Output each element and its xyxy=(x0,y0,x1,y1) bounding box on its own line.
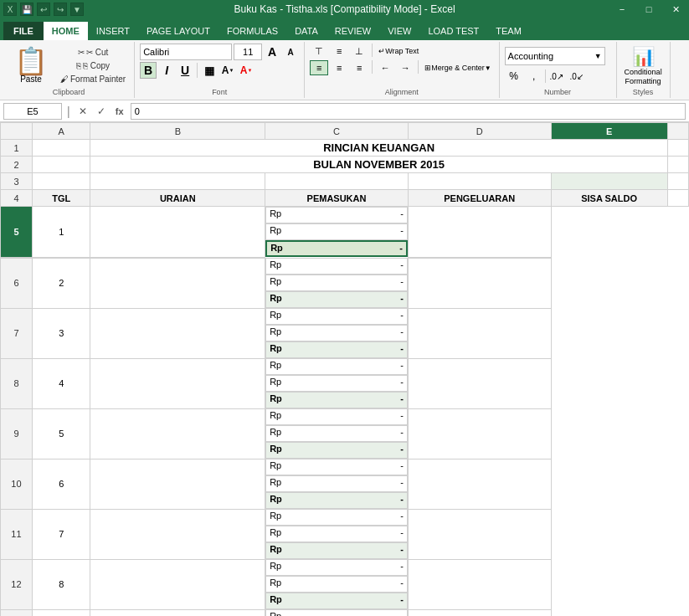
cell-d3[interactable] xyxy=(408,173,551,190)
formula-input[interactable] xyxy=(131,103,686,120)
align-middle-button[interactable]: ≡ xyxy=(330,44,348,59)
tab-page-layout[interactable]: PAGE LAYOUT xyxy=(138,22,219,40)
tab-review[interactable]: REVIEW xyxy=(327,22,379,40)
decimal-decrease-button[interactable]: .0↙ xyxy=(568,69,586,84)
tab-insert[interactable]: INSERT xyxy=(88,22,138,40)
align-left-button[interactable]: ≡ xyxy=(310,60,328,75)
cell-e5[interactable]: Rp- xyxy=(265,240,408,257)
cell-d11[interactable]: Rp- xyxy=(265,526,408,542)
cell-b13[interactable] xyxy=(90,609,265,616)
formula-insert-button[interactable]: fx xyxy=(112,104,127,119)
cell-c5[interactable]: Rp- xyxy=(265,207,408,223)
col-header-c[interactable]: C xyxy=(265,123,409,140)
cell-a7[interactable]: 3 xyxy=(32,308,90,358)
cell-uraian-header[interactable]: URAIAN xyxy=(90,190,265,207)
conditional-formatting-button[interactable]: 📊 ConditionalFormatting xyxy=(622,44,665,89)
cell-b7[interactable] xyxy=(90,308,265,358)
bold-button[interactable]: B xyxy=(140,62,157,79)
cell-a11[interactable]: 7 xyxy=(32,509,90,559)
maximize-button[interactable]: □ xyxy=(635,0,662,18)
cell-c9[interactable]: Rp- xyxy=(265,408,408,425)
font-size-up-button[interactable]: A xyxy=(264,44,280,60)
cell-c8[interactable]: Rp- xyxy=(265,358,408,375)
cell-tgl-header[interactable]: TGL xyxy=(32,190,90,207)
name-box[interactable] xyxy=(3,103,62,120)
cell-title-1[interactable]: RINCIAN KEUANGAN xyxy=(90,140,667,157)
redo-icon[interactable]: ↪ xyxy=(54,3,67,16)
indent-increase-button[interactable]: → xyxy=(396,60,414,75)
cell-c3[interactable] xyxy=(265,173,409,190)
fill-color-button[interactable]: A▼ xyxy=(219,62,236,79)
cell-e6[interactable]: Rp- xyxy=(265,291,408,308)
cell-a10[interactable]: 6 xyxy=(32,459,90,509)
save-icon[interactable]: 💾 xyxy=(20,3,33,16)
cell-pemasukan-header[interactable]: PEMASUKAN xyxy=(265,190,409,207)
cell-a9[interactable]: 5 xyxy=(32,408,90,459)
cell-a13[interactable]: 9 xyxy=(32,609,90,616)
cell-c7[interactable]: Rp- xyxy=(265,308,408,325)
cell-d12[interactable]: Rp- xyxy=(265,576,408,593)
cell-c10[interactable]: Rp- xyxy=(265,459,408,475)
cell-saldo-header[interactable]: SISA SALDO xyxy=(551,190,667,207)
cell-pengeluaran-header[interactable]: PENGELUARAN xyxy=(408,190,551,207)
format-painter-button[interactable]: 🖌 Format Painter xyxy=(57,73,129,85)
cell-a12[interactable]: 8 xyxy=(32,559,90,609)
font-name-input[interactable] xyxy=(140,44,232,60)
tab-team[interactable]: TEAM xyxy=(487,22,530,40)
align-top-button[interactable]: ⊤ xyxy=(310,44,328,59)
align-bottom-button[interactable]: ⊥ xyxy=(350,44,368,59)
cell-b8[interactable] xyxy=(90,358,265,408)
cell-d7[interactable]: Rp- xyxy=(265,325,408,341)
decimal-increase-button[interactable]: .0↗ xyxy=(548,69,566,84)
tab-formulas[interactable]: FORMULAS xyxy=(219,22,286,40)
cell-b6[interactable] xyxy=(90,258,265,308)
cell-d6[interactable]: Rp- xyxy=(265,275,408,291)
tab-view[interactable]: VIEW xyxy=(379,22,419,40)
font-size-input[interactable] xyxy=(234,44,262,60)
border-button[interactable]: ▦ xyxy=(201,62,218,79)
col-header-a[interactable]: A xyxy=(32,123,90,140)
cell-c6[interactable]: Rp- xyxy=(265,258,408,275)
cell-e9[interactable]: Rp- xyxy=(265,442,408,459)
cell-c12[interactable]: Rp- xyxy=(265,559,408,576)
undo-icon[interactable]: ↩ xyxy=(37,3,50,16)
cell-c13[interactable]: Rp- xyxy=(265,609,408,616)
font-size-down-button[interactable]: A xyxy=(282,44,299,60)
cell-d9[interactable]: Rp- xyxy=(265,425,408,442)
cell-b10[interactable] xyxy=(90,459,265,509)
cell-d5[interactable]: Rp- xyxy=(265,223,408,240)
cell-a6[interactable]: 2 xyxy=(32,258,90,308)
merge-center-button[interactable]: ⊞ Merge & Center ▼ xyxy=(422,60,493,75)
cell-a1[interactable] xyxy=(32,140,90,157)
align-right-button[interactable]: ≡ xyxy=(350,60,368,75)
cell-e8[interactable]: Rp- xyxy=(265,392,408,408)
col-header-d[interactable]: D xyxy=(408,123,551,140)
align-center-button[interactable]: ≡ xyxy=(330,60,348,75)
cell-e3[interactable] xyxy=(551,173,667,190)
cell-d8[interactable]: Rp- xyxy=(265,375,408,392)
cell-c11[interactable]: Rp- xyxy=(265,509,408,526)
cell-a2[interactable] xyxy=(32,157,90,173)
cell-d10[interactable]: Rp- xyxy=(265,475,408,492)
indent-decrease-button[interactable]: ← xyxy=(376,60,394,75)
tab-home[interactable]: HOME xyxy=(44,22,88,40)
font-color-button[interactable]: A▼ xyxy=(238,62,255,79)
minimize-button[interactable]: − xyxy=(609,0,635,18)
formula-cancel-button[interactable]: ✕ xyxy=(75,104,90,119)
customize-icon[interactable]: ▼ xyxy=(70,3,84,16)
paste-button[interactable]: 📋 Paste xyxy=(8,45,54,86)
comma-button[interactable]: , xyxy=(525,69,543,84)
wrap-text-button[interactable]: ↵ Wrap Text xyxy=(376,44,421,59)
formula-confirm-button[interactable]: ✓ xyxy=(94,104,109,119)
copy-button[interactable]: ⎘ ⎘ Copy xyxy=(57,59,129,72)
cell-e12[interactable]: Rp- xyxy=(265,593,408,609)
cell-a8[interactable]: 4 xyxy=(32,358,90,408)
cell-b11[interactable] xyxy=(90,509,265,559)
cell-b9[interactable] xyxy=(90,408,265,459)
close-button[interactable]: ✕ xyxy=(662,0,689,18)
tab-load-test[interactable]: LOAD TEST xyxy=(419,22,487,40)
cell-title-2[interactable]: BULAN NOVEMBER 2015 xyxy=(90,157,667,173)
cell-b12[interactable] xyxy=(90,559,265,609)
underline-button[interactable]: U xyxy=(177,62,193,79)
percent-button[interactable]: % xyxy=(505,69,523,84)
